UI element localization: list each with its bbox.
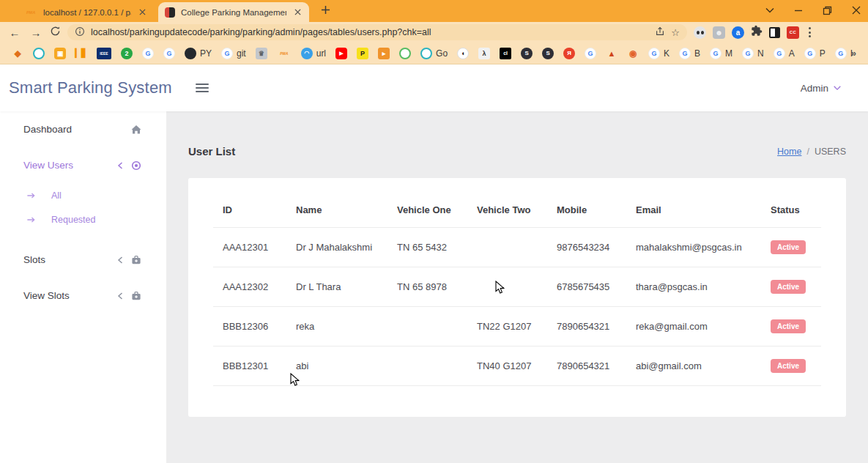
table-row: BBB12306rekaTN22 G12077890654321reka@gma… — [213, 307, 821, 347]
bookmark-item[interactable]: GI — [835, 48, 853, 59]
bookmark-star-icon[interactable]: ☆ — [671, 27, 680, 38]
bookmark-item[interactable]: G — [163, 48, 175, 59]
bookmark-item[interactable]: ◉ — [627, 48, 639, 59]
bookmark-item[interactable]: 2 — [121, 48, 133, 59]
bookmark-item[interactable] — [33, 48, 45, 59]
bookmarks-list: ◆▣▎▋IEEE2GGPYGgit♛PMA◠url▶P▸Go◖λclSSЯG▲◉… — [12, 48, 853, 59]
bookmark-item[interactable]: λ — [478, 48, 490, 59]
cell-id: BBB12301 — [213, 347, 286, 386]
bookmark-item[interactable]: S — [521, 48, 533, 59]
bookmark-item[interactable] — [399, 48, 411, 59]
bookmark-label: git — [237, 48, 246, 59]
close-icon[interactable] — [137, 7, 147, 18]
column-header-name: Name — [286, 184, 387, 228]
bookmark-item[interactable]: GA — [774, 48, 795, 59]
status-badge[interactable]: Active — [771, 319, 806, 333]
bookmark-label: Go — [436, 48, 448, 59]
user-table: ID Name Vehicle One Vehicle Two Mobile E… — [213, 184, 821, 386]
bookmark-item[interactable]: GM — [710, 48, 732, 59]
status-badge[interactable]: Active — [771, 240, 806, 254]
profile-extension-icon[interactable]: ☻ — [713, 26, 725, 39]
new-tab-button[interactable] — [321, 4, 330, 18]
bookmark-item[interactable]: Ggit — [221, 48, 246, 59]
cell-name: Dr J Mahalakshmi — [286, 228, 387, 267]
page-info-icon[interactable] — [75, 26, 85, 39]
cell-mobile: 6785675435 — [547, 267, 626, 307]
restore-button[interactable] — [823, 6, 832, 15]
breadcrumb-home-link[interactable]: Home — [777, 147, 801, 157]
cell-status: Active — [761, 347, 821, 386]
tab-phpmyadmin[interactable]: PMA localhost / 127.0.0.1 / parking | p — [18, 2, 154, 22]
adblock-extension-icon[interactable]: CC — [787, 26, 799, 39]
reload-icon[interactable] — [50, 26, 61, 40]
bookmark-item[interactable]: ◖ — [457, 48, 469, 59]
sidebar-subitem-all[interactable]: All — [0, 183, 166, 207]
phpmyadmin-icon: PMA — [24, 10, 37, 15]
url-bar[interactable]: localhost/parkingupdatecode/parking/park… — [67, 24, 687, 40]
browser-toolbar: ← → localhost/parkingupdatecode/parking/… — [0, 22, 868, 42]
breadcrumb-separator: / — [806, 147, 809, 157]
bookmark-item[interactable]: ▶ — [335, 48, 347, 59]
bookmark-item[interactable]: ▲ — [606, 48, 617, 59]
bookmark-item[interactable]: ▣ — [54, 48, 66, 59]
bookmark-item[interactable]: PY — [185, 48, 212, 59]
bookmark-item[interactable]: S — [542, 48, 554, 59]
share-icon[interactable] — [655, 26, 665, 39]
bookmark-item[interactable]: G — [142, 48, 154, 59]
status-badge[interactable]: Active — [771, 359, 806, 373]
sidebar-item-slots[interactable]: Slots — [0, 242, 166, 278]
bookmark-item[interactable]: G — [585, 48, 596, 59]
main-content: User List Home / USERS ID Name Vehicle O… — [166, 111, 868, 463]
page-title: User List — [188, 145, 235, 158]
bookmark-item[interactable]: ◆ — [12, 48, 23, 59]
bookmark-item[interactable]: GN — [742, 48, 764, 59]
forward-icon[interactable]: → — [29, 27, 43, 38]
bookmark-item[interactable]: ◠url — [301, 48, 326, 59]
bookmark-item[interactable]: ♛ — [256, 48, 267, 59]
panda-extension-icon[interactable] — [694, 26, 706, 39]
a-extension-icon[interactable]: a — [732, 26, 744, 39]
google-icon: G — [648, 48, 660, 59]
url-text: localhost/parkingupdatecode/parking/park… — [91, 27, 649, 37]
bookmark-item[interactable]: ▎▋ — [75, 48, 87, 59]
column-header-vehicle-two: Vehicle Two — [467, 184, 547, 228]
bookmark-item[interactable]: Я — [563, 48, 575, 59]
cell-mobile: 9876543234 — [547, 228, 626, 267]
cell-id: BBB12306 — [213, 307, 286, 347]
hamburger-menu-icon[interactable] — [193, 81, 212, 95]
close-window-button[interactable] — [852, 6, 861, 15]
table-row: AAA12302Dr L TharaTN 65 89786785675435th… — [213, 267, 821, 307]
status-badge[interactable]: Active — [771, 280, 806, 294]
admin-dropdown[interactable]: Admin — [801, 83, 842, 94]
bookmark-item[interactable]: IEEE — [97, 48, 111, 59]
browser-menu-icon[interactable] — [806, 27, 814, 37]
bookmarks-overflow-chevron[interactable]: » — [851, 48, 856, 59]
tab-search-chevron-icon[interactable] — [765, 7, 774, 13]
arrow-right-icon — [26, 215, 36, 224]
column-header-id: ID — [213, 184, 286, 228]
sidebar-subitem-requested[interactable]: Requested — [0, 207, 166, 232]
extensions-puzzle-icon[interactable] — [751, 25, 763, 40]
bookmark-item[interactable]: Go — [420, 48, 448, 59]
github-icon — [185, 48, 196, 59]
bookmark-item[interactable]: cl — [500, 48, 511, 59]
minimize-button[interactable] — [794, 6, 803, 15]
bookmark-item[interactable]: GP — [804, 48, 826, 59]
sidebar-item-view-users[interactable]: View Users — [0, 147, 166, 183]
bookmark-item[interactable]: P — [357, 48, 368, 59]
bookmark-item[interactable]: PMA — [277, 48, 292, 59]
back-icon[interactable]: ← — [7, 27, 22, 38]
sidebar-item-dashboard[interactable]: Dashboard — [0, 111, 166, 147]
tab-college-parking[interactable]: College Parking Management Sys — [158, 2, 309, 22]
brand-title[interactable]: Smart Parking System — [9, 78, 172, 97]
reader-extension-icon[interactable] — [769, 27, 780, 38]
bookmark-item[interactable]: GB — [679, 48, 700, 59]
close-icon[interactable] — [292, 7, 303, 18]
bookmark-item[interactable]: GK — [648, 48, 669, 59]
bookmark-item[interactable]: ▸ — [378, 48, 390, 59]
sidebar-item-label: Slots — [23, 254, 116, 265]
sidebar-item-view-slots[interactable]: View Slots — [0, 278, 166, 314]
bookmark-label: M — [725, 48, 732, 59]
cell-vehicle-two — [467, 228, 547, 267]
sidebar-item-label: Dashboard — [23, 124, 130, 135]
